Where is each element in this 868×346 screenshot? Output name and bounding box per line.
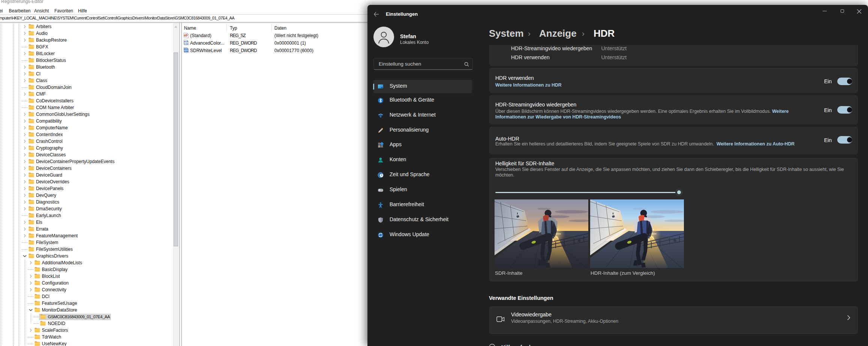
svg-text:110: 110 <box>184 43 188 45</box>
svg-text:110: 110 <box>184 50 188 53</box>
svg-text:ab: ab <box>184 33 187 37</box>
